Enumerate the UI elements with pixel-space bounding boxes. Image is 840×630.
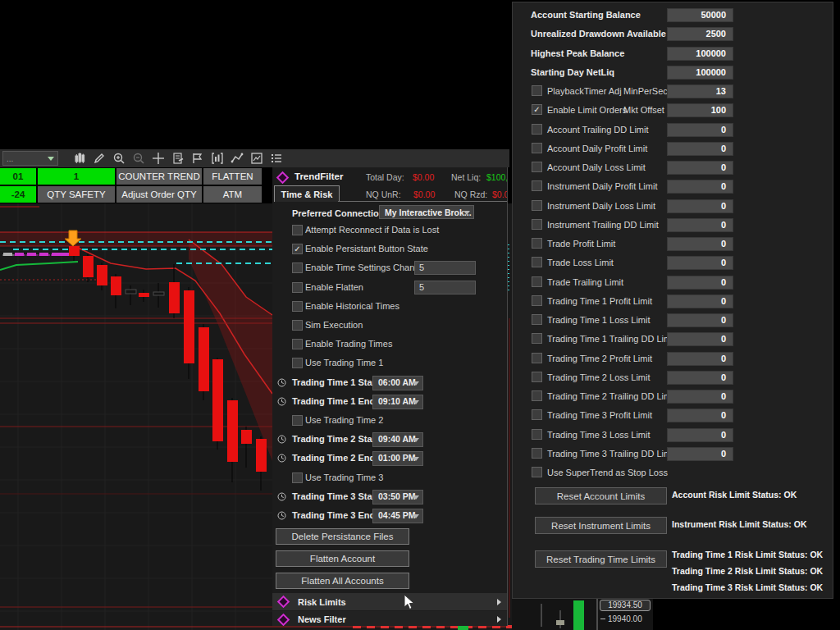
- account-trailing-dd-limit-input[interactable]: 0: [667, 123, 733, 137]
- reset-instrument-limits-button[interactable]: Reset Instrument Limits: [535, 517, 667, 534]
- price-flag-icon[interactable]: [191, 152, 204, 165]
- trading-time-3-profit-limit-input[interactable]: 0: [667, 409, 733, 422]
- trade-profit-limit-checkbox[interactable]: [532, 238, 542, 249]
- checkbox-label: Trading Time 2 Loss Limit: [547, 372, 651, 382]
- trading-time-2-profit-limit-input[interactable]: 0: [667, 352, 733, 366]
- position-cell[interactable]: 01: [0, 168, 36, 185]
- account-starting-balance-input[interactable]: 50000: [667, 8, 733, 22]
- zoom-in-icon[interactable]: [112, 152, 126, 165]
- crosshair-icon[interactable]: [152, 152, 165, 165]
- qty-safety-button[interactable]: QTY SAFETY: [38, 186, 115, 203]
- sim-execution-checkbox[interactable]: [292, 320, 303, 331]
- preferred-connection-dropdown[interactable]: My Interactive Brok...: [379, 205, 474, 219]
- trading-time-3-profit-limit-checkbox[interactable]: [532, 409, 542, 420]
- enable-time-settings-change-checkbox[interactable]: [292, 262, 303, 273]
- enable-trading-times-checkbox[interactable]: [292, 339, 303, 349]
- menu-item-risk-limits[interactable]: Risk Limits: [272, 593, 507, 610]
- flatten-button[interactable]: FLATTEN: [203, 168, 262, 185]
- trading-time-2-trailing-dd-limit-checkbox[interactable]: [532, 390, 542, 401]
- instrument-daily-profit-limit-input[interactable]: 0: [667, 180, 733, 194]
- attempt-reconnect-if-data-is-lost-checkbox[interactable]: [292, 225, 303, 235]
- time-row-label: Trading Time 3 Start: [292, 491, 379, 501]
- delete-persistance-files-button[interactable]: Delete Persistance Files: [276, 528, 409, 545]
- enable-time-settings-change-input[interactable]: 5: [414, 261, 476, 275]
- trading-time-1-end-dropdown[interactable]: 09:10 AM: [372, 395, 423, 409]
- chart-window-icon[interactable]: [211, 152, 224, 165]
- playbacktimer-adj-checkbox[interactable]: [532, 85, 542, 96]
- extra-label: MinPerSec: [623, 86, 668, 96]
- enable-limit-orders-input[interactable]: 100: [667, 103, 733, 117]
- risk-row-trading-time-1-loss-limit: Trading Time 1 Loss Limit0: [513, 311, 833, 330]
- use-supertrend-as-stop-loss-checkbox[interactable]: [532, 467, 542, 477]
- list-menu-icon[interactable]: [270, 152, 283, 165]
- trading-time-2-start-dropdown[interactable]: 09:40 AM: [372, 432, 423, 447]
- account-daily-loss-limit-checkbox[interactable]: [532, 162, 542, 172]
- enable-flatten-checkbox[interactable]: [292, 282, 303, 293]
- trading-time-1-trailing-dd-limit-input[interactable]: 0: [667, 332, 733, 346]
- starting-day-netliq-input[interactable]: 100000: [667, 66, 733, 80]
- use-trading-time-2-checkbox[interactable]: [292, 415, 303, 426]
- instrument-trailing-dd-limit-input[interactable]: 0: [667, 218, 733, 232]
- reset-trading-time-limits-button[interactable]: Reset Trading Time Limits: [535, 550, 667, 568]
- playbacktimer-adj-input[interactable]: 13: [667, 84, 733, 98]
- trading-time-1-profit-limit-checkbox[interactable]: [532, 295, 542, 306]
- trading-time-1-loss-limit-checkbox[interactable]: [532, 314, 542, 325]
- trading-time-1-loss-limit-input[interactable]: 0: [667, 313, 733, 327]
- trade-loss-limit-checkbox[interactable]: [532, 257, 542, 267]
- instrument-daily-profit-limit-checkbox[interactable]: [532, 180, 542, 191]
- highest-peak-balance-input[interactable]: 100000: [667, 47, 733, 61]
- trading-time-3-end-dropdown[interactable]: 04:45 PM: [372, 509, 423, 523]
- trading-time-1-risk-status: Trading Time 1 Risk Limit Status: OK: [672, 550, 823, 559]
- chart-settings-icon[interactable]: [250, 152, 263, 165]
- trading-time-3-trailing-dd-limit-input[interactable]: 0: [667, 447, 733, 461]
- enable-historical-times-checkbox[interactable]: [292, 301, 303, 312]
- flatten-account-button[interactable]: Flatten Account: [276, 550, 409, 567]
- trade-trailing-limit-input[interactable]: 0: [667, 276, 733, 290]
- chart-type-icon[interactable]: [73, 152, 86, 165]
- use-trading-time-3-checkbox[interactable]: [292, 472, 303, 483]
- account-daily-loss-limit-input[interactable]: 0: [667, 161, 733, 175]
- counter-trend-button[interactable]: COUNTER TREND: [116, 168, 202, 185]
- trading-time-1-profit-limit-input[interactable]: 0: [667, 294, 733, 308]
- trading-time-2-loss-limit-input[interactable]: 0: [667, 371, 733, 385]
- menu-item-news-filter[interactable]: News Filter: [272, 611, 507, 626]
- risk-row-enable-limit-orders: ✓Enable Limit OrdersMkt Offset100: [513, 101, 833, 120]
- trading-time-2-trailing-dd-limit-input[interactable]: 0: [667, 390, 733, 404]
- instrument-trailing-dd-limit-checkbox[interactable]: [532, 219, 542, 230]
- trendline-zigzag-icon[interactable]: [231, 152, 244, 165]
- trade-loss-limit-input[interactable]: 0: [667, 256, 733, 270]
- trade-trailing-limit-checkbox[interactable]: [532, 276, 542, 287]
- draw-pencil-icon[interactable]: [93, 152, 106, 165]
- trading-time-1-trailing-dd-limit-checkbox[interactable]: [532, 333, 542, 344]
- trading-time-1-start-dropdown[interactable]: 06:00 AM: [372, 376, 423, 390]
- trading-time-2-end-dropdown[interactable]: 01:00 PM: [372, 451, 423, 466]
- enable-limit-orders-checkbox[interactable]: ✓: [532, 104, 542, 115]
- use-trading-time-1-checkbox[interactable]: [292, 358, 303, 368]
- atm-button[interactable]: ATM: [203, 186, 262, 203]
- total-day-label: Total Day:: [366, 172, 404, 182]
- trade-profit-limit-input[interactable]: 0: [667, 237, 733, 251]
- pnl-cell[interactable]: -24: [0, 186, 36, 203]
- unrealized-drawdown-available-input[interactable]: 2500: [667, 27, 733, 41]
- trading-time-3-start-dropdown[interactable]: 03:50 PM: [372, 490, 423, 504]
- reset-account-limits-button[interactable]: Reset Account Limits: [535, 487, 667, 504]
- account-daily-profit-limit-input[interactable]: 0: [667, 142, 733, 156]
- toolbar-dropdown[interactable]: ...: [2, 151, 58, 166]
- trading-time-3-loss-limit-checkbox[interactable]: [532, 429, 542, 440]
- trading-time-3-trailing-dd-limit-checkbox[interactable]: [532, 448, 542, 459]
- instrument-daily-loss-limit-checkbox[interactable]: [532, 200, 542, 211]
- account-trailing-dd-limit-checkbox[interactable]: [532, 124, 542, 135]
- enable-persistant-button-state-checkbox[interactable]: ✓: [292, 244, 303, 254]
- trading-time-3-loss-limit-input[interactable]: 0: [667, 428, 733, 442]
- notes-document-icon[interactable]: [171, 152, 185, 165]
- flatten-all-accounts-button[interactable]: Flatten All Accounts: [276, 573, 409, 589]
- trading-time-2-profit-limit-checkbox[interactable]: [532, 353, 542, 363]
- account-daily-profit-limit-checkbox[interactable]: [532, 143, 542, 153]
- trading-time-2-loss-limit-checkbox[interactable]: [532, 372, 542, 382]
- enable-flatten-input[interactable]: 5: [414, 281, 476, 294]
- quantity-cell[interactable]: 1: [38, 168, 115, 185]
- adjust-order-qty-button[interactable]: Adjust Order QTY: [116, 186, 202, 203]
- zoom-out-icon[interactable]: [132, 152, 145, 165]
- instrument-daily-loss-limit-input[interactable]: 0: [667, 199, 733, 213]
- tab-time-and-risk[interactable]: Time & Risk: [274, 185, 340, 202]
